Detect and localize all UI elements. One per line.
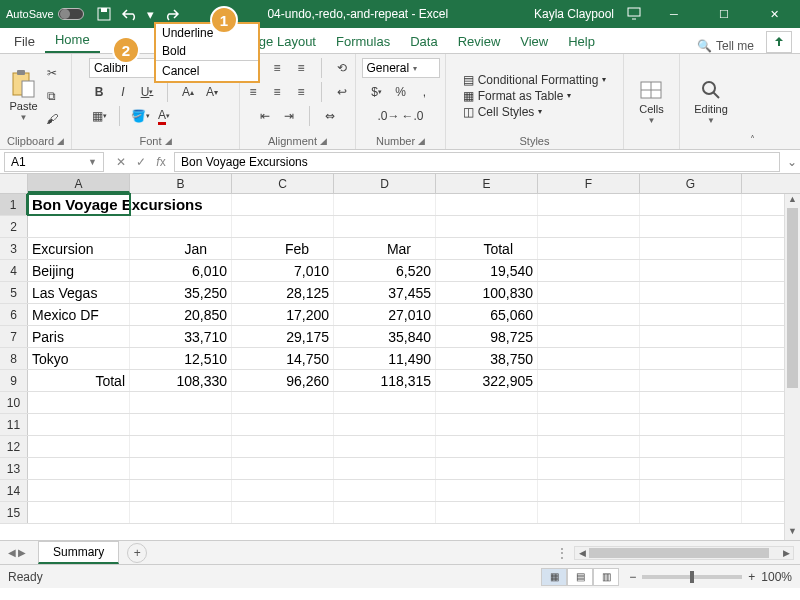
expand-formula-bar-icon[interactable]: ⌄ (784, 155, 800, 169)
cell[interactable]: Jan (130, 238, 232, 259)
cell[interactable]: 20,850 (130, 304, 232, 325)
cell[interactable] (334, 414, 436, 435)
cell[interactable] (130, 502, 232, 523)
cell[interactable] (232, 216, 334, 237)
shrink-font-button[interactable]: A▾ (202, 82, 222, 102)
cell[interactable] (28, 392, 130, 413)
cell[interactable] (436, 216, 538, 237)
scroll-left-icon[interactable]: ◀ (575, 547, 589, 559)
cell[interactable] (334, 458, 436, 479)
ribbon-options-icon[interactable] (624, 4, 644, 24)
orientation-button[interactable]: ⟲ (332, 58, 352, 78)
cell[interactable] (130, 216, 232, 237)
cell[interactable]: 14,750 (232, 348, 334, 369)
cell[interactable] (640, 436, 742, 457)
dialog-launcher-icon[interactable]: ◢ (165, 136, 172, 146)
row-head[interactable]: 9 (0, 370, 28, 391)
tab-file[interactable]: File (4, 30, 45, 53)
cell[interactable] (640, 480, 742, 501)
cell[interactable]: Total (28, 370, 130, 391)
zoom-in-button[interactable]: + (748, 570, 755, 584)
close-button[interactable]: ✕ (754, 0, 794, 28)
cell[interactable] (28, 502, 130, 523)
editing-button[interactable]: Editing ▼ (694, 78, 728, 125)
cell[interactable]: Bon Voyage Excursions (28, 194, 130, 215)
cells-button[interactable]: Cells ▼ (639, 78, 663, 125)
cell[interactable] (130, 194, 232, 215)
dialog-launcher-icon[interactable]: ◢ (320, 136, 327, 146)
redo-button[interactable] (162, 4, 182, 24)
cell[interactable]: 27,010 (334, 304, 436, 325)
undo-dropdown-arrow[interactable]: ▾ (146, 4, 156, 24)
cell[interactable] (538, 194, 640, 215)
scroll-right-icon[interactable]: ▶ (779, 547, 793, 559)
wrap-text-button[interactable]: ↩ (332, 82, 352, 102)
cell[interactable] (640, 238, 742, 259)
user-account[interactable]: Kayla Claypool (534, 7, 614, 21)
font-color-button[interactable]: A▾ (154, 106, 174, 126)
cell[interactable]: 37,455 (334, 282, 436, 303)
grow-font-button[interactable]: A▴ (178, 82, 198, 102)
cell[interactable]: Las Vegas (28, 282, 130, 303)
cell[interactable]: 19,540 (436, 260, 538, 281)
col-head-c[interactable]: C (232, 174, 334, 193)
row-head[interactable]: 12 (0, 436, 28, 457)
cell[interactable] (436, 480, 538, 501)
percent-format-button[interactable]: % (391, 82, 411, 102)
cell[interactable] (640, 282, 742, 303)
toggle-off-icon[interactable] (58, 8, 84, 20)
cell[interactable] (232, 436, 334, 457)
cell[interactable]: Total (436, 238, 538, 259)
fx-icon[interactable]: fx (152, 155, 170, 169)
cell[interactable]: Beijing (28, 260, 130, 281)
chevron-down-icon[interactable]: ▼ (88, 157, 97, 167)
scroll-up-icon[interactable]: ▲ (785, 194, 800, 208)
dialog-launcher-icon[interactable]: ◢ (57, 136, 64, 146)
autosave-toggle[interactable]: AutoSave (6, 8, 84, 20)
cell-styles-button[interactable]: ◫Cell Styles▾ (463, 105, 607, 119)
accounting-format-button[interactable]: $▾ (367, 82, 387, 102)
row-head[interactable]: 2 (0, 216, 28, 237)
cell[interactable]: 6,520 (334, 260, 436, 281)
cell[interactable]: 118,315 (334, 370, 436, 391)
cell[interactable]: 33,710 (130, 326, 232, 347)
cancel-formula-icon[interactable]: ✕ (112, 155, 130, 169)
tab-scroll-left-icon[interactable]: ◀ (8, 547, 16, 558)
merge-button[interactable]: ⇔ (320, 106, 340, 126)
cell[interactable]: 11,490 (334, 348, 436, 369)
col-head-a[interactable]: A (28, 174, 130, 193)
format-as-table-button[interactable]: ▦Format as Table▾ (463, 89, 607, 103)
col-head-b[interactable]: B (130, 174, 232, 193)
cell[interactable] (640, 194, 742, 215)
view-normal-button[interactable]: ▦ (541, 568, 567, 586)
decrease-decimal-button[interactable]: ←.0 (403, 106, 423, 126)
scroll-down-icon[interactable]: ▼ (785, 526, 800, 540)
cell[interactable]: 12,510 (130, 348, 232, 369)
minimize-button[interactable]: ─ (654, 0, 694, 28)
italic-button[interactable]: I (113, 82, 133, 102)
cell[interactable] (640, 458, 742, 479)
copy-button[interactable]: ⧉ (42, 86, 62, 106)
view-page-break-button[interactable]: ▥ (593, 568, 619, 586)
cell[interactable] (232, 392, 334, 413)
cell[interactable] (436, 436, 538, 457)
align-bottom-button[interactable]: ≡ (291, 58, 311, 78)
cell[interactable]: 7,010 (232, 260, 334, 281)
cell[interactable] (538, 414, 640, 435)
number-format-select[interactable]: General▾ (362, 58, 440, 78)
tab-review[interactable]: Review (448, 30, 511, 53)
col-head-e[interactable]: E (436, 174, 538, 193)
cell[interactable]: 322,905 (436, 370, 538, 391)
cell[interactable] (538, 304, 640, 325)
cell[interactable] (28, 458, 130, 479)
undo-history-cancel[interactable]: Cancel (156, 60, 258, 81)
cell[interactable] (334, 216, 436, 237)
cell[interactable]: Tokyo (28, 348, 130, 369)
decrease-indent-button[interactable]: ⇤ (255, 106, 275, 126)
undo-button[interactable] (120, 4, 140, 24)
cell[interactable]: 96,260 (232, 370, 334, 391)
increase-indent-button[interactable]: ⇥ (279, 106, 299, 126)
tell-me-search[interactable]: 🔍 Tell me (689, 39, 762, 53)
cell[interactable] (640, 392, 742, 413)
cell[interactable]: 98,725 (436, 326, 538, 347)
